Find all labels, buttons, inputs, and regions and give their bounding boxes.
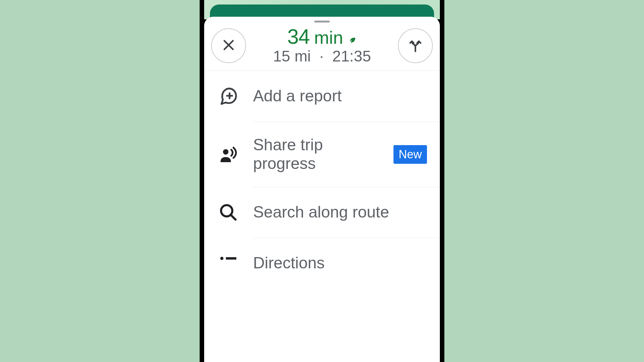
close-button[interactable] xyxy=(211,28,246,63)
eta-value: 34 xyxy=(287,25,309,49)
bottom-sheet: 34 min 15 mi · 21:35 xyxy=(204,17,440,362)
distance: 15 mi xyxy=(273,48,311,65)
menu-label: Add a report xyxy=(253,87,427,106)
arrival-time: 21:35 xyxy=(332,48,371,65)
new-badge: New xyxy=(393,145,427,164)
leaf-icon xyxy=(348,35,357,44)
search-icon xyxy=(217,201,240,224)
close-icon xyxy=(221,38,236,54)
phone-frame: 34 min 15 mi · 21:35 xyxy=(200,0,444,362)
route-fork-icon xyxy=(407,37,424,55)
svg-rect-8 xyxy=(226,257,237,260)
directions-list-icon xyxy=(217,252,240,274)
share-trip-icon xyxy=(217,143,240,166)
menu-label: Search along route xyxy=(253,203,427,222)
svg-point-7 xyxy=(220,257,223,260)
trip-stats: 15 mi · 21:35 xyxy=(273,47,371,65)
svg-line-6 xyxy=(231,215,236,220)
menu-item-share-trip[interactable]: Share trip progress New xyxy=(204,122,440,187)
menu-item-search-along[interactable]: Search along route xyxy=(204,187,440,238)
eta-unit: min xyxy=(314,27,343,48)
menu-label: Directions xyxy=(253,254,427,273)
menu-label: Share trip progress xyxy=(253,136,380,173)
trip-header: 34 min 15 mi · 21:35 xyxy=(204,23,440,71)
svg-point-4 xyxy=(223,149,228,154)
separator: · xyxy=(319,48,324,65)
menu-item-add-report[interactable]: Add a report xyxy=(204,71,440,122)
menu-item-directions[interactable]: Directions xyxy=(204,238,440,274)
add-report-icon xyxy=(217,85,240,107)
eta-line: 34 min xyxy=(287,25,356,49)
routes-button[interactable] xyxy=(398,28,433,63)
trip-menu: Add a report Share trip progress New xyxy=(204,71,440,274)
